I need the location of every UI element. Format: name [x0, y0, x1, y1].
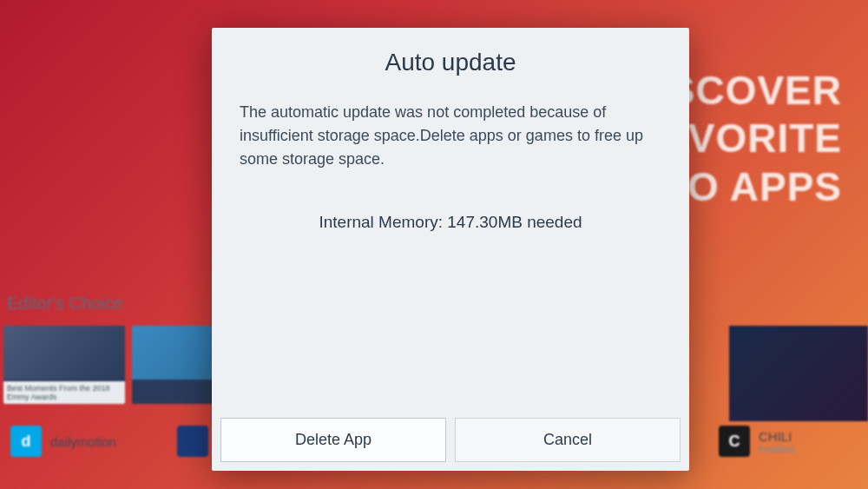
modal-button-row: Delete App Cancel	[212, 409, 689, 471]
app-list-item-dailymotion[interactable]: d dailymotion	[10, 426, 149, 457]
modal-body: The automatic update was not completed b…	[212, 94, 689, 409]
app-info: dailymotion	[50, 434, 116, 449]
section-title: Editor's Choice	[0, 294, 123, 314]
modal-title: Auto update	[212, 28, 689, 94]
auto-update-modal: Auto update The automatic update was not…	[212, 28, 689, 471]
memory-value: 147.30MB needed	[447, 213, 582, 231]
app-tile[interactable]: Best Moments From the 2018 Emmy Awards	[3, 326, 125, 404]
cancel-button[interactable]: Cancel	[455, 418, 681, 462]
tile-caption: Best Moments From the 2018 Emmy Awards	[3, 381, 125, 404]
app-name: CHILI	[759, 429, 794, 444]
app-name: dailymotion	[50, 434, 116, 449]
app-tile[interactable]	[729, 326, 868, 421]
tile-thumbnail	[3, 326, 125, 380]
app-info: CHILI Installed	[759, 429, 794, 454]
modal-message: The automatic update was not completed b…	[240, 101, 661, 171]
app-status: Installed	[759, 444, 794, 454]
memory-label: Internal Memory:	[319, 213, 443, 231]
dailymotion-icon: d	[10, 426, 42, 457]
app-icon	[177, 426, 208, 457]
chili-icon: C	[719, 426, 750, 457]
app-list-item-chili[interactable]: C CHILI Installed	[719, 426, 858, 457]
delete-app-button[interactable]: Delete App	[220, 418, 446, 462]
memory-info: Internal Memory: 147.30MB needed	[240, 213, 661, 232]
